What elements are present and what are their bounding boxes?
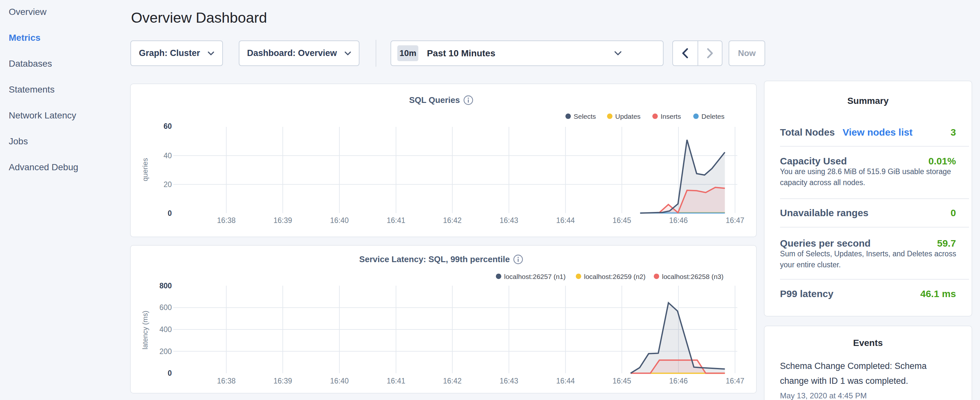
svg-text:localhost:26257 (n1): localhost:26257 (n1) — [504, 273, 566, 280]
svg-text:latency (ms): latency (ms) — [141, 311, 149, 349]
svg-text:800: 800 — [159, 282, 172, 290]
svg-text:Deletes: Deletes — [702, 113, 724, 120]
svg-text:16:47: 16:47 — [726, 377, 745, 385]
svg-text:16:40: 16:40 — [330, 377, 349, 385]
svg-text:16:41: 16:41 — [387, 377, 406, 385]
svg-text:Updates: Updates — [616, 113, 641, 120]
svg-text:queries: queries — [141, 158, 149, 181]
svg-text:400: 400 — [159, 325, 172, 334]
svg-text:16:39: 16:39 — [274, 377, 292, 385]
svg-text:16:46: 16:46 — [669, 377, 688, 385]
svg-text:200: 200 — [159, 347, 172, 356]
svg-text:16:45: 16:45 — [612, 377, 631, 385]
svg-text:16:46: 16:46 — [669, 216, 688, 225]
svg-text:16:47: 16:47 — [726, 216, 745, 225]
svg-text:16:43: 16:43 — [500, 377, 518, 385]
svg-text:20: 20 — [163, 180, 172, 189]
svg-text:16:42: 16:42 — [443, 377, 462, 385]
svg-text:60: 60 — [163, 122, 172, 131]
svg-text:16:43: 16:43 — [500, 216, 518, 225]
svg-text:16:38: 16:38 — [217, 216, 236, 225]
svg-text:0: 0 — [168, 369, 172, 377]
svg-text:localhost:26259 (n2): localhost:26259 (n2) — [584, 273, 646, 280]
svg-text:Selects: Selects — [574, 113, 596, 120]
svg-text:16:41: 16:41 — [387, 216, 406, 225]
svg-text:0: 0 — [168, 209, 172, 217]
svg-text:16:40: 16:40 — [330, 216, 349, 225]
svg-text:localhost:26258 (n3): localhost:26258 (n3) — [662, 273, 724, 280]
svg-text:16:42: 16:42 — [443, 216, 462, 225]
svg-text:16:45: 16:45 — [612, 216, 631, 225]
svg-text:16:44: 16:44 — [556, 377, 575, 385]
svg-text:16:44: 16:44 — [556, 216, 575, 225]
svg-text:Inserts: Inserts — [661, 113, 681, 120]
svg-text:40: 40 — [163, 151, 172, 160]
svg-text:16:39: 16:39 — [274, 216, 292, 225]
svg-text:600: 600 — [159, 304, 172, 312]
svg-text:16:38: 16:38 — [217, 377, 236, 385]
